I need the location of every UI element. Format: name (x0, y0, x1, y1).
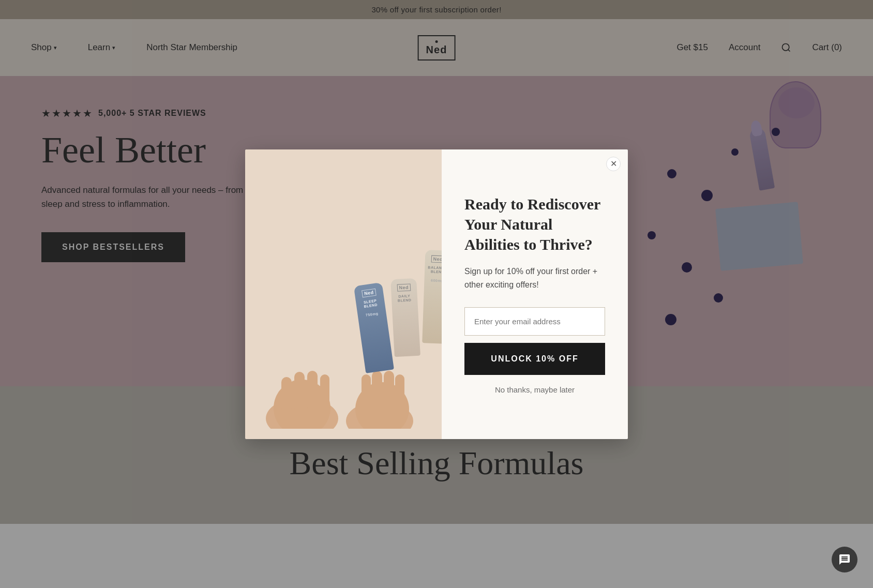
chat-icon (838, 553, 851, 566)
popup-modal: ✕ (245, 149, 628, 439)
svg-rect-6 (294, 372, 305, 413)
modal-close-button[interactable]: ✕ (606, 157, 621, 171)
tube-daily-label: DAILYBLEND (396, 292, 413, 305)
svg-rect-9 (362, 374, 371, 412)
modal-overlay[interactable]: ✕ (0, 0, 873, 588)
svg-rect-12 (395, 374, 404, 412)
product-daily: Ned DAILYBLEND (390, 278, 420, 356)
svg-rect-10 (372, 371, 382, 412)
svg-rect-5 (281, 377, 292, 413)
modal-form-panel: Ready to Rediscover Your Natural Abiliti… (442, 149, 628, 439)
tube-sleep-label: SLEEPBLEND (362, 296, 380, 311)
chat-button[interactable] (832, 547, 857, 572)
unlock-button[interactable]: UNLOCK 10% OFF (464, 343, 605, 375)
svg-rect-7 (307, 371, 318, 412)
tube-balance-label: BALANCEBLEND (427, 263, 442, 277)
no-thanks-link[interactable]: No thanks, maybe later (464, 385, 605, 394)
modal-description: Sign up for 10% off your first order + o… (464, 265, 605, 291)
svg-rect-11 (384, 371, 394, 412)
modal-title: Ready to Rediscover Your Natural Abiliti… (464, 194, 605, 254)
tube-sleep-brand: Ned (362, 288, 376, 297)
modal-image-panel: Ned SLEEPBLEND 750mg Ned DAILYBLEND Ned … (245, 149, 442, 439)
close-icon: ✕ (610, 159, 617, 169)
email-input[interactable] (464, 307, 605, 336)
product-balance: Ned BALANCEBLEND 600mg (422, 250, 442, 344)
products-illustration: Ned SLEEPBLEND 750mg Ned DAILYBLEND Ned … (255, 160, 431, 429)
tube-balance-brand: Ned (431, 255, 442, 263)
tube-daily-brand: Ned (397, 283, 411, 291)
svg-rect-8 (320, 374, 329, 412)
